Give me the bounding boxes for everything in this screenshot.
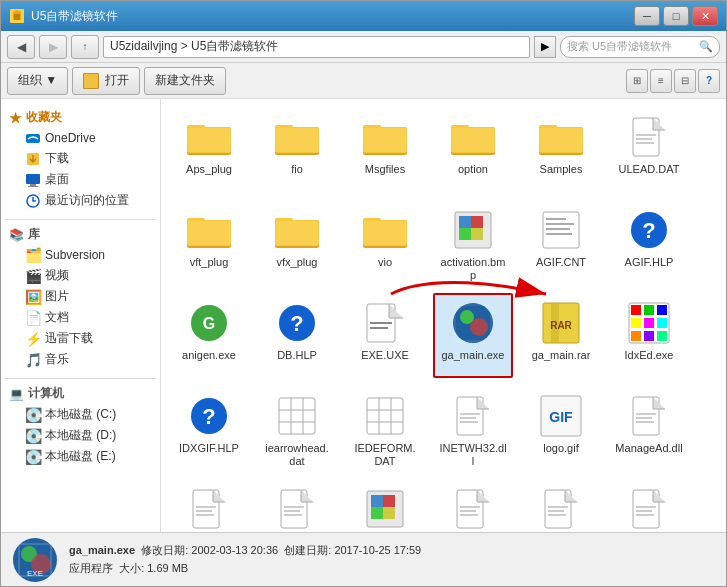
back-button[interactable]: ◀ [7, 35, 35, 59]
sidebar-item-video[interactable]: 🎬 视频 [5, 265, 156, 286]
list-item[interactable]: iearrowhead.dat [257, 386, 337, 471]
list-item[interactable]: Pal.dll [433, 479, 513, 532]
view-icon-button[interactable]: ⊟ [674, 69, 696, 93]
list-item[interactable]: Samples [521, 107, 601, 192]
file-label: vfx_plug [277, 256, 318, 269]
list-item[interactable]: mpg_hvd. [257, 479, 337, 532]
sidebar-item-desktop[interactable]: 桌面 [5, 169, 156, 190]
list-item[interactable]: vfx_plug [257, 200, 337, 285]
svg-rect-111 [636, 421, 654, 423]
go-button[interactable]: ▶ [534, 36, 556, 58]
list-item[interactable]: option [433, 107, 513, 192]
list-item[interactable]: INETWH32.dll [433, 386, 513, 471]
sidebar-item-subversion[interactable]: 🗂️ Subversion [5, 245, 156, 265]
sidebar-item-docs[interactable]: 📄 文档 [5, 307, 156, 328]
address-path[interactable]: U5zidailvjing > U5自带滤镜软件 [103, 36, 530, 58]
favorites-header[interactable]: ★ 收藏夹 [5, 107, 156, 128]
file-label: IEDEFORM.DAT [351, 442, 419, 468]
list-item[interactable]: ULEAD.DAT [609, 107, 689, 192]
path-text: U5zidailvjing > U5自带滤镜软件 [110, 38, 278, 55]
list-item[interactable]: RAR ga_main.rar [521, 293, 601, 378]
svg-rect-85 [644, 318, 654, 328]
file-dl-icon [185, 485, 233, 532]
view-list-button[interactable]: ≡ [650, 69, 672, 93]
status-info: ga_main.exe 修改日期: 2002-03-13 20:36 创建日期:… [69, 542, 421, 577]
subversion-icon: 🗂️ [25, 247, 41, 263]
sidebar-item-pictures[interactable]: 🖼️ 图片 [5, 286, 156, 307]
svg-rect-47 [276, 221, 318, 245]
list-item[interactable]: G IF anigen.exe [169, 293, 249, 378]
forward-button[interactable]: ▶ [39, 35, 67, 59]
list-item[interactable]: EXE.UXE [345, 293, 425, 378]
list-item[interactable]: AGIF.CNT [521, 200, 601, 285]
organize-button[interactable]: 组织 ▼ [7, 67, 68, 95]
list-item[interactable]: IdxEd.exe [609, 293, 689, 378]
list-item[interactable]: ROBOEX3 [609, 479, 689, 532]
view-extra-button[interactable]: ⊞ [626, 69, 648, 93]
library-icon: 📚 [9, 228, 24, 242]
sidebar-item-disk-c[interactable]: 💽 本地磁盘 (C:) [5, 404, 156, 425]
minimize-button[interactable]: ─ [634, 6, 660, 26]
downloads-label: 下载 [45, 150, 69, 167]
sidebar-item-music[interactable]: 🎵 音乐 [5, 349, 156, 370]
folder-icon [273, 113, 321, 161]
list-item[interactable]: naq.bmp [345, 479, 425, 532]
list-item[interactable]: GIF logo.gif [521, 386, 601, 471]
list-item[interactable]: vft_plug [169, 200, 249, 285]
help-button[interactable]: ? [698, 69, 720, 93]
svg-rect-60 [546, 223, 574, 225]
desktop-icon [25, 172, 41, 188]
list-item[interactable]: activation.bmp [433, 200, 513, 285]
open-button[interactable]: 打开 [72, 67, 140, 95]
new-folder-button[interactable]: 新建文件夹 [144, 67, 226, 95]
svg-text:?: ? [642, 218, 655, 243]
file-dll-icon [449, 485, 497, 532]
music-icon: 🎵 [25, 352, 41, 368]
file-label: fio [291, 163, 303, 176]
list-item[interactable]: fio [257, 107, 337, 192]
list-item[interactable]: Msgfiles [345, 107, 425, 192]
maximize-button[interactable]: □ [663, 6, 689, 26]
library-header[interactable]: 📚 库 [5, 224, 156, 245]
list-item[interactable]: ? IDXGIF.HLP [169, 386, 249, 471]
file-rar-icon: RAR [537, 299, 585, 347]
list-item[interactable]: maskop.dl [169, 479, 249, 532]
main-content: ★ 收藏夹 OneDrive 下载 [1, 99, 726, 532]
file-label: IDXGIF.HLP [179, 442, 239, 455]
list-item[interactable]: pnqfio.dll [521, 479, 601, 532]
library-label: 库 [28, 226, 40, 243]
svg-rect-97 [367, 398, 403, 434]
close-button[interactable]: ✕ [692, 6, 718, 26]
file-hlp-q-icon: ? [185, 392, 233, 440]
list-item[interactable]: IEDEFORM.DAT [345, 386, 425, 471]
file-dll-icon [625, 392, 673, 440]
pictures-icon: 🖼️ [25, 289, 41, 305]
file-bmp2-icon [361, 485, 409, 532]
svg-rect-88 [644, 331, 654, 341]
up-button[interactable]: ↑ [71, 35, 99, 59]
svg-rect-127 [460, 510, 476, 512]
title-bar: U5自带滤镜软件 ─ □ ✕ [1, 1, 726, 31]
sidebar-item-disk-d[interactable]: 💽 本地磁盘 (D:) [5, 425, 156, 446]
list-item[interactable]: vio [345, 200, 425, 285]
computer-header[interactable]: 💻 计算机 [5, 383, 156, 404]
desktop-label: 桌面 [45, 171, 69, 188]
sidebar-item-downloads[interactable]: 下载 [5, 148, 156, 169]
file-grid-icon [273, 392, 321, 440]
sidebar-item-onedrive[interactable]: OneDrive [5, 128, 156, 148]
sidebar-item-disk-e[interactable]: 💽 本地磁盘 (E:) [5, 446, 156, 467]
file-label: AGIF.CNT [536, 256, 586, 269]
sidebar-item-recent[interactable]: 最近访问的位置 [5, 190, 156, 211]
search-box[interactable]: 搜索 U5自带滤镜软件 🔍 [560, 36, 720, 58]
list-item[interactable]: ? AGIF.HLP [609, 200, 689, 285]
file-label: DB.HLP [277, 349, 317, 362]
svg-rect-117 [284, 506, 304, 508]
sidebar-item-thunder[interactable]: ⚡ 迅雷下载 [5, 328, 156, 349]
list-item[interactable]: ManageAd.dll [609, 386, 689, 471]
svg-text:IF: IF [205, 334, 212, 343]
file-label: Msgfiles [365, 163, 405, 176]
list-item[interactable]: ? DB.HLP [257, 293, 337, 378]
svg-rect-124 [383, 507, 395, 519]
list-item[interactable]: ga_main.exe [433, 293, 513, 378]
list-item[interactable]: Aps_plug [169, 107, 249, 192]
